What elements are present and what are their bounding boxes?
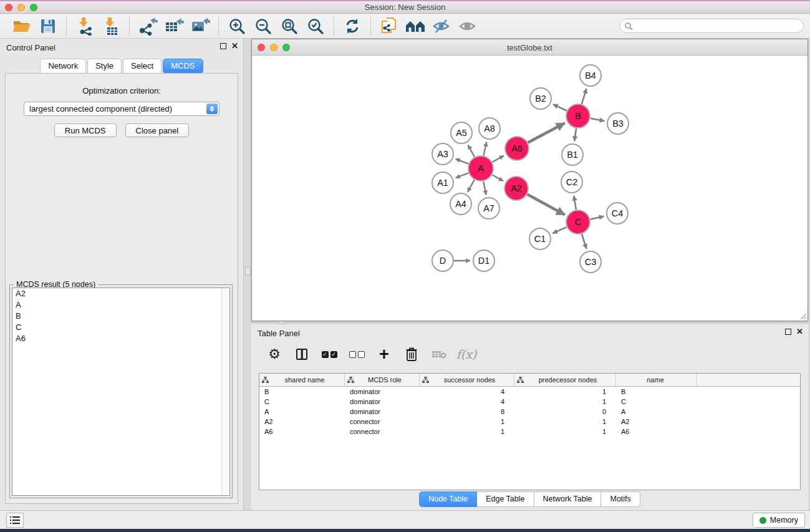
tab-network-table[interactable]: Network Table bbox=[534, 491, 602, 507]
list-item[interactable]: C bbox=[12, 322, 229, 333]
graph-node-A[interactable]: A bbox=[468, 156, 493, 181]
table-row[interactable]: A6connector11A6 bbox=[259, 427, 800, 437]
zoom-in-button[interactable] bbox=[224, 16, 250, 37]
float-panel-icon[interactable] bbox=[220, 43, 226, 49]
edge-B-B2[interactable] bbox=[553, 104, 567, 110]
graph-node-B1[interactable]: B1 bbox=[562, 144, 583, 165]
close-panel-icon[interactable]: ✕ bbox=[796, 329, 803, 335]
run-mcds-button[interactable]: Run MCDS bbox=[54, 123, 117, 137]
graph-node-D1[interactable]: D1 bbox=[473, 250, 494, 271]
search-input[interactable] bbox=[619, 19, 804, 33]
export-network-button[interactable] bbox=[135, 16, 161, 37]
resize-grip-icon[interactable] bbox=[798, 311, 807, 320]
edge-C-C4[interactable] bbox=[591, 216, 604, 220]
export-image-button[interactable] bbox=[187, 16, 213, 37]
edge-A-A5[interactable] bbox=[468, 145, 475, 157]
table-row[interactable]: A2connector11A2 bbox=[259, 417, 800, 427]
list-scrollbar[interactable] bbox=[221, 288, 229, 495]
import-network-button[interactable] bbox=[72, 16, 98, 37]
panel-list-button[interactable] bbox=[6, 513, 24, 528]
graph-node-B4[interactable]: B4 bbox=[580, 65, 601, 86]
show-columns-button[interactable] bbox=[291, 344, 312, 364]
column-header-MCDS-role[interactable]: MCDS role bbox=[345, 374, 420, 386]
edge-C-C1[interactable] bbox=[552, 227, 567, 233]
list-item[interactable]: A2 bbox=[12, 288, 229, 299]
column-header-successor-nodes[interactable]: successor nodes bbox=[420, 374, 514, 386]
edge-A-A2[interactable] bbox=[492, 175, 503, 181]
list-item[interactable]: A bbox=[12, 299, 229, 311]
edge-C-C2[interactable] bbox=[574, 196, 576, 210]
edge-B-B4[interactable] bbox=[582, 89, 587, 104]
tab-mcds[interactable]: MCDS bbox=[163, 59, 203, 74]
close-panel-icon[interactable]: ✕ bbox=[231, 43, 238, 49]
edge-A-A8[interactable] bbox=[483, 142, 486, 155]
float-panel-icon[interactable] bbox=[785, 329, 791, 335]
zoom-fit-button[interactable] bbox=[276, 16, 302, 37]
first-neighbors-button[interactable] bbox=[402, 16, 428, 37]
optimization-criterion-select[interactable]: largest connected component (directed) bbox=[24, 102, 219, 116]
edge-A-A1[interactable] bbox=[456, 173, 469, 178]
graph-node-C2[interactable]: C2 bbox=[561, 172, 582, 193]
hide-selected-button[interactable] bbox=[428, 16, 455, 37]
edge-A-A3[interactable] bbox=[456, 159, 469, 164]
table-row[interactable]: Bdominator41B bbox=[259, 387, 800, 397]
network-graph[interactable]: B4B2BB3A8A5A6A3B1AA1C2A2A4A7C4CC1C3DD1 bbox=[252, 56, 808, 321]
column-header-name[interactable]: name bbox=[616, 374, 697, 386]
graph-node-A1[interactable]: A1 bbox=[432, 172, 453, 193]
mcds-result-list[interactable]: A2ABCA6 bbox=[12, 288, 230, 496]
column-header-predecessor-nodes[interactable]: predecessor nodes bbox=[514, 374, 616, 386]
tab-motifs[interactable]: Motifs bbox=[601, 491, 640, 507]
edge-A-A7[interactable] bbox=[483, 181, 486, 195]
graph-node-A4[interactable]: A4 bbox=[450, 193, 471, 215]
graph-node-C4[interactable]: C4 bbox=[607, 203, 628, 224]
refresh-button[interactable] bbox=[339, 16, 365, 37]
edge-A-A4[interactable] bbox=[468, 180, 475, 192]
export-table-button[interactable] bbox=[161, 16, 187, 37]
list-item[interactable]: B bbox=[12, 311, 229, 322]
graph-node-A7[interactable]: A7 bbox=[478, 198, 499, 219]
import-table-button[interactable] bbox=[98, 16, 124, 37]
zoom-selected-button[interactable] bbox=[302, 16, 329, 37]
tab-edge-table[interactable]: Edge Table bbox=[477, 491, 534, 507]
edge-C-C3[interactable] bbox=[582, 234, 586, 249]
vertical-splitter-grip[interactable] bbox=[245, 267, 251, 275]
delete-button[interactable] bbox=[401, 344, 422, 364]
show-all-button[interactable] bbox=[455, 16, 481, 37]
edge-A2-C[interactable] bbox=[528, 195, 565, 215]
graph-node-A3[interactable]: A3 bbox=[432, 143, 453, 165]
add-row-button[interactable]: + bbox=[374, 344, 395, 364]
edge-A-A6[interactable] bbox=[492, 156, 504, 162]
select-all-button[interactable]: ✓✓ bbox=[319, 344, 340, 364]
open-session-button[interactable] bbox=[9, 16, 35, 37]
table-row[interactable]: Adominator80A bbox=[259, 407, 800, 417]
graph-node-B[interactable]: B bbox=[566, 104, 590, 128]
memory-button[interactable]: Memory bbox=[753, 513, 805, 528]
edge-B-B1[interactable] bbox=[574, 128, 576, 141]
tab-node-table[interactable]: Node Table bbox=[419, 491, 477, 507]
table-row[interactable]: Cdominator41C bbox=[259, 397, 800, 407]
tab-select[interactable]: Select bbox=[123, 59, 162, 74]
deselect-all-button[interactable] bbox=[346, 344, 367, 364]
table-settings-button[interactable]: ⚙ bbox=[264, 344, 285, 364]
graph-node-A8[interactable]: A8 bbox=[479, 118, 500, 139]
column-header-shared-name[interactable]: shared name bbox=[259, 374, 345, 386]
graph-node-D[interactable]: D bbox=[432, 250, 453, 271]
edge-A6-B[interactable] bbox=[528, 123, 565, 142]
tab-style[interactable]: Style bbox=[87, 59, 122, 74]
tab-network[interactable]: Network bbox=[40, 59, 86, 74]
network-canvas[interactable]: B4B2BB3A8A5A6A3B1AA1C2A2A4A7C4CC1C3DD1 bbox=[252, 56, 808, 321]
graph-node-C[interactable]: C bbox=[566, 210, 590, 234]
clone-network-button[interactable] bbox=[376, 16, 402, 37]
edge-B-B3[interactable] bbox=[591, 118, 605, 121]
save-session-button[interactable] bbox=[35, 16, 61, 37]
graph-node-A6[interactable]: A6 bbox=[505, 137, 529, 160]
zoom-out-button[interactable] bbox=[250, 16, 276, 37]
close-panel-button[interactable]: Close panel bbox=[125, 123, 190, 137]
graph-node-C1[interactable]: C1 bbox=[529, 228, 551, 249]
graph-node-A2[interactable]: A2 bbox=[504, 177, 528, 200]
graph-node-A5[interactable]: A5 bbox=[451, 122, 472, 143]
list-item[interactable]: A6 bbox=[12, 333, 229, 344]
node-table[interactable]: shared nameMCDS rolesuccessor nodesprede… bbox=[259, 373, 801, 490]
graph-node-B2[interactable]: B2 bbox=[530, 88, 551, 109]
graph-node-C3[interactable]: C3 bbox=[580, 251, 601, 273]
